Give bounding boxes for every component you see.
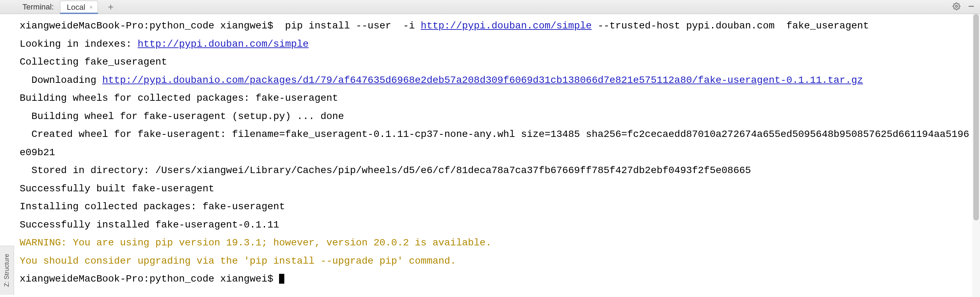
terminal-output[interactable]: xiangweideMacBook-Pro:python_code xiangw… — [0, 14, 980, 297]
terminal-tab-bar: Terminal: Local × + — [0, 0, 980, 14]
terminal-line: Building wheel for fake-useragent (setup… — [20, 111, 344, 122]
url-link[interactable]: http://pypi.douban.com/simple — [421, 21, 592, 31]
terminal-line: Installing collected packages: fake-user… — [20, 201, 285, 212]
cursor-icon — [279, 274, 284, 284]
terminal-line: xiangweideMacBook-Pro:python_code xiangw… — [20, 21, 421, 31]
scrollbar-track[interactable] — [972, 14, 980, 297]
url-link[interactable]: http://pypi.douban.com/simple — [138, 39, 309, 49]
terminal-line: Building wheels for collected packages: … — [20, 93, 338, 103]
panel-label: Terminal: — [22, 2, 54, 11]
scrollbar-thumb[interactable] — [973, 14, 979, 221]
terminal-line: Downloading — [20, 75, 102, 86]
terminal-warning: WARNING: You are using pip version 19.3.… — [20, 237, 492, 248]
url-link[interactable]: http://pypi.doubanio.com/packages/d1/79/… — [102, 75, 863, 86]
structure-tool-label: Z: Structure — [3, 254, 11, 287]
gear-icon[interactable] — [953, 2, 960, 11]
tab-name: Local — [67, 3, 85, 12]
terminal-line: Stored in directory: /Users/xiangwei/Lib… — [20, 165, 751, 176]
new-tab-icon[interactable]: + — [108, 2, 113, 13]
terminal-line: Looking in indexes: — [20, 39, 138, 49]
close-icon[interactable]: × — [89, 4, 93, 11]
terminal-line: Collecting fake_useragent — [20, 57, 167, 67]
structure-tool-tab[interactable]: Z: Structure — [0, 246, 14, 295]
terminal-prompt: xiangweideMacBook-Pro:python_code xiangw… — [20, 273, 279, 284]
terminal-line: --trusted-host pypi.douban.com fake_user… — [592, 21, 869, 31]
terminal-line: Successfully built fake-useragent — [20, 183, 215, 194]
terminal-warning: You should consider upgrading via the 'p… — [20, 256, 456, 267]
terminal-tab-local[interactable]: Local × — [60, 1, 98, 14]
tab-bar-right-controls — [953, 2, 975, 11]
minimize-icon[interactable] — [967, 2, 975, 11]
terminal-line: Created wheel for fake-useragent: filena… — [20, 129, 969, 158]
svg-point-0 — [955, 5, 958, 7]
terminal-line: Successfully installed fake-useragent-0.… — [20, 219, 279, 230]
